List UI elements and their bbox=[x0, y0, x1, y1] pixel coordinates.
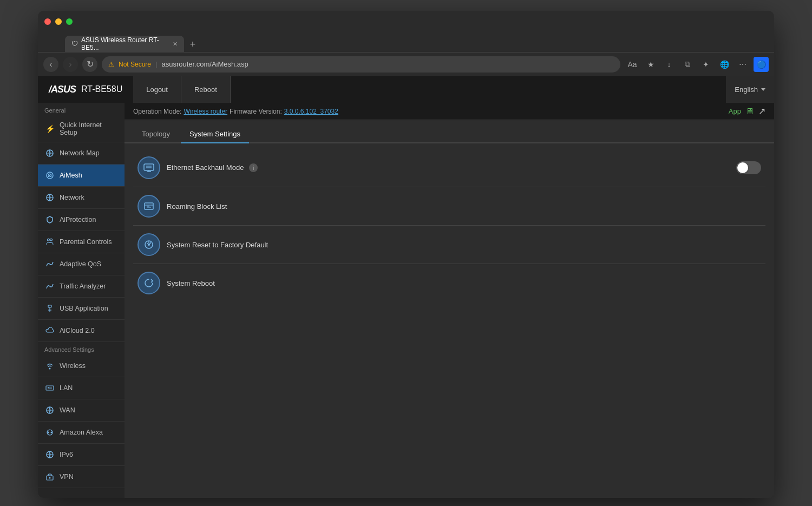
router-body: General ⚡ Quick Internet Setup Ne bbox=[38, 103, 774, 498]
reboot-button[interactable]: Reboot bbox=[181, 76, 231, 103]
system-reset-icon-circle bbox=[137, 233, 160, 256]
reading-view-button[interactable]: Aa bbox=[625, 57, 640, 72]
favorites-button[interactable]: ★ bbox=[643, 57, 658, 72]
browser-tab-active[interactable]: 🛡 ASUS Wireless Router RT-BE5... ✕ bbox=[65, 36, 184, 52]
extension-button[interactable]: 🔵 bbox=[754, 57, 769, 72]
lan-label: LAN bbox=[60, 384, 73, 392]
network-label: Network bbox=[60, 194, 84, 201]
parental-controls-label: Parental Controls bbox=[60, 238, 112, 246]
ipv6-label: IPv6 bbox=[60, 451, 73, 458]
close-dot[interactable] bbox=[44, 18, 51, 25]
usb-application-label: USB Application bbox=[60, 305, 108, 312]
svg-point-4 bbox=[48, 239, 50, 241]
browser-action-icons: Aa ★ ↓ ⧉ ✦ 🌐 ⋯ 🔵 bbox=[625, 57, 769, 72]
operation-mode-value[interactable]: Wireless router bbox=[184, 108, 227, 115]
svg-point-15 bbox=[49, 477, 51, 479]
aiprotection-icon bbox=[44, 214, 55, 225]
sidebar-item-aicloud[interactable]: AiCloud 2.0 bbox=[38, 320, 125, 342]
tab-topology[interactable]: Topology bbox=[133, 126, 179, 143]
ethernet-backhaul-toggle[interactable] bbox=[736, 161, 761, 174]
tab-favicon: 🛡 bbox=[71, 40, 78, 48]
back-button[interactable]: ‹ bbox=[43, 57, 58, 72]
traffic-analyzer-label: Traffic Analyzer bbox=[60, 282, 106, 290]
close-tab-icon[interactable]: ✕ bbox=[173, 41, 178, 48]
forward-button: › bbox=[63, 57, 78, 72]
tab-system-settings[interactable]: System Settings bbox=[181, 126, 249, 143]
add-tab-button[interactable]: + bbox=[185, 37, 200, 52]
sidebar-item-lan[interactable]: LAN bbox=[38, 377, 125, 399]
firmware-label: Firmware Version: bbox=[230, 108, 282, 115]
vpn-icon bbox=[44, 471, 55, 482]
firmware-value[interactable]: 3.0.0.6.102_37032 bbox=[284, 108, 338, 115]
advanced-section-label: Advanced Settings bbox=[38, 342, 125, 355]
router-header: /ASUS RT-BE58U Logout Reboot English bbox=[38, 76, 774, 103]
browser-favorites-button[interactable]: ✦ bbox=[698, 57, 713, 72]
language-label: English bbox=[735, 86, 758, 94]
collections-button[interactable]: 🌐 bbox=[717, 57, 732, 72]
svg-point-7 bbox=[49, 368, 51, 370]
ethernet-backhaul-info-icon[interactable]: i bbox=[249, 163, 258, 172]
fullscreen-dot[interactable] bbox=[66, 18, 73, 25]
wireless-label: Wireless bbox=[60, 362, 86, 370]
sidebar-item-parental-controls[interactable]: Parental Controls bbox=[38, 231, 125, 253]
network-map-label: Network Map bbox=[60, 149, 100, 157]
roaming-block-list-label: Roaming Block List bbox=[167, 202, 761, 211]
aicloud-label: AiCloud 2.0 bbox=[60, 327, 95, 334]
wan-icon bbox=[44, 405, 55, 416]
parental-controls-icon bbox=[44, 236, 55, 247]
sidebar-item-aimesh[interactable]: AiMesh bbox=[38, 165, 125, 187]
wan-label: WAN bbox=[60, 406, 75, 414]
address-bar[interactable]: ⚠ Not Secure | asusrouter.com/AiMesh.asp bbox=[102, 56, 620, 73]
usb-application-icon bbox=[44, 303, 55, 314]
quick-setup-label: Quick Internet Setup bbox=[60, 121, 118, 136]
svg-rect-6 bbox=[48, 305, 51, 307]
ipv6-icon bbox=[44, 449, 55, 460]
language-selector[interactable]: English bbox=[726, 76, 774, 103]
amazon-alexa-icon bbox=[44, 427, 55, 438]
traffic-analyzer-icon bbox=[44, 281, 55, 292]
sidebar-item-wireless[interactable]: Wireless bbox=[38, 355, 125, 377]
minimize-dot[interactable] bbox=[55, 18, 62, 25]
setting-row-system-reset: System Reset to Factory Default bbox=[133, 226, 765, 264]
browser-window: 🛡 ASUS Wireless Router RT-BE5... ✕ + ‹ ›… bbox=[38, 11, 774, 498]
network-icon bbox=[44, 192, 55, 203]
logout-button[interactable]: Logout bbox=[133, 76, 181, 103]
tab-system-settings-label: System Settings bbox=[189, 130, 240, 138]
security-warning-icon: ⚠ bbox=[108, 61, 114, 68]
app-icons: App 🖥 ↗ bbox=[729, 106, 765, 116]
app-share-icon[interactable]: ↗ bbox=[758, 106, 765, 116]
lan-icon bbox=[44, 383, 55, 393]
sidebar-item-traffic-analyzer[interactable]: Traffic Analyzer bbox=[38, 275, 125, 298]
sidebar-item-usb-application[interactable]: USB Application bbox=[38, 298, 125, 320]
vpn-label: VPN bbox=[60, 473, 74, 481]
adaptive-qos-label: Adaptive QoS bbox=[60, 260, 101, 268]
sidebar-item-quick-setup[interactable]: ⚡ Quick Internet Setup bbox=[38, 116, 125, 142]
system-reboot-label: System Reboot bbox=[167, 279, 761, 287]
aiprotection-label: AiProtection bbox=[60, 216, 96, 224]
sidebar-item-vpn[interactable]: VPN bbox=[38, 466, 125, 488]
downloads-button[interactable]: ↓ bbox=[662, 57, 677, 72]
main-content: Operation Mode: Wireless router Firmware… bbox=[125, 103, 774, 498]
sidebar-item-network[interactable]: Network bbox=[38, 187, 125, 209]
svg-point-5 bbox=[50, 239, 53, 241]
aicloud-icon bbox=[44, 325, 55, 336]
sidebar-item-wan[interactable]: WAN bbox=[38, 399, 125, 422]
sidebar-item-network-map[interactable]: Network Map bbox=[38, 142, 125, 165]
settings-content: Ethernet Backhaul Mode i bbox=[125, 143, 774, 498]
address-url: asusrouter.com/AiMesh.asp bbox=[161, 60, 248, 68]
sidebar-item-ipv6[interactable]: IPv6 bbox=[38, 444, 125, 466]
sidebar-item-amazon-alexa[interactable]: Amazon Alexa bbox=[38, 422, 125, 444]
operation-mode-label: Operation Mode: bbox=[133, 108, 181, 115]
svg-point-12 bbox=[51, 432, 53, 433]
split-view-button[interactable]: ⧉ bbox=[680, 57, 695, 72]
security-text: Not Secure bbox=[119, 61, 151, 68]
sidebar-item-adaptive-qos[interactable]: Adaptive QoS bbox=[38, 253, 125, 275]
wireless-icon bbox=[44, 360, 55, 371]
sidebar-item-aiprotection[interactable]: AiProtection bbox=[38, 209, 125, 231]
operation-bar: Operation Mode: Wireless router Firmware… bbox=[125, 103, 774, 120]
app-screen-icon[interactable]: 🖥 bbox=[745, 107, 754, 116]
toggle-knob bbox=[737, 162, 748, 173]
refresh-button[interactable]: ↻ bbox=[82, 57, 97, 72]
more-button[interactable]: ⋯ bbox=[735, 57, 750, 72]
adaptive-qos-icon bbox=[44, 259, 55, 270]
